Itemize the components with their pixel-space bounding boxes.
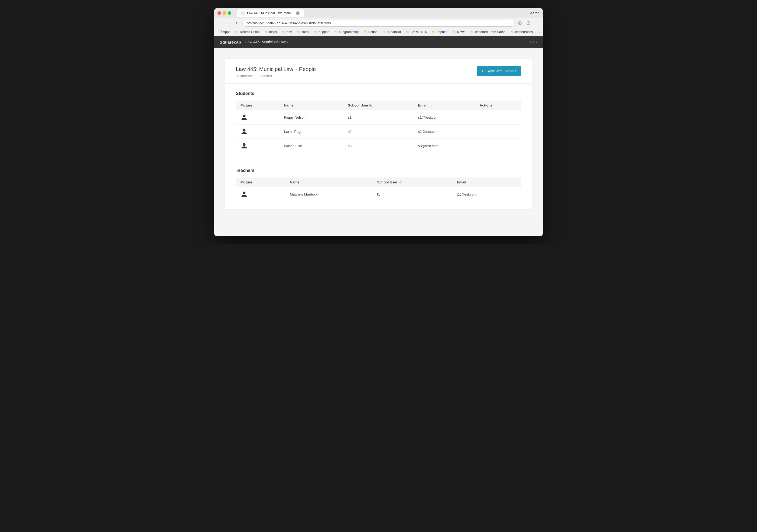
teacher-school-id: t1 <box>373 187 453 202</box>
student-school-id: s3 <box>344 139 414 153</box>
app-brand: Squarecap <box>220 40 241 44</box>
menu-button[interactable]: ⋮ <box>533 20 541 27</box>
sub-header: 3 Students 1 Teacher <box>236 74 316 78</box>
students-header-row: Picture Name School User Id Email Action… <box>236 100 521 110</box>
bookmarks-more[interactable]: » <box>539 30 541 34</box>
bookmarks-bar: Apps 📁 Rooms Union 📁 blogs 📁 dev 📁 sales… <box>214 28 543 36</box>
sync-button-label: Sync with Canvas <box>486 69 516 73</box>
student-school-id: s2 <box>344 125 414 139</box>
col-name: Name <box>280 100 344 110</box>
bookmark-apps[interactable]: Apps <box>216 30 232 35</box>
folder-icon: 📁 <box>363 30 367 34</box>
col-picture: Picture <box>236 100 280 110</box>
bookmark-popular[interactable]: 📁 Popular <box>429 30 450 35</box>
bookmark-dev[interactable]: 📁 dev <box>280 30 294 35</box>
bookmark-label: conferences <box>515 30 533 34</box>
bookmark-label: Financial <box>388 30 401 34</box>
bookmark-apps-label: Apps <box>223 30 230 34</box>
folder-icon: 📁 <box>264 30 268 34</box>
svg-text:L: L <box>242 12 244 15</box>
student-count: 3 Students <box>236 74 253 78</box>
folder-icon: 📁 <box>452 30 456 34</box>
close-button[interactable] <box>218 11 221 15</box>
svg-text:A: A <box>519 22 521 25</box>
svg-text:G: G <box>528 22 529 25</box>
bookmark-rooms-union[interactable]: 📁 Rooms Union <box>233 30 262 35</box>
forward-button[interactable]: → <box>225 20 232 27</box>
bookmark-label: blogs <box>269 30 277 34</box>
student-email: s2@test.com <box>414 125 475 139</box>
sync-with-canvas-button[interactable]: ↻ Sync with Canvas <box>477 66 521 76</box>
students-section-title: Students <box>225 84 532 100</box>
table-row: Wilson Fisk s3 s3@test.com <box>236 139 521 153</box>
teacher-avatar <box>236 187 286 202</box>
teacher-name: Matthew Murdock <box>286 187 373 202</box>
bookmark-blogs[interactable]: 📁 blogs <box>262 30 279 35</box>
back-button[interactable]: ← <box>216 20 224 27</box>
student-actions <box>475 125 521 139</box>
col-email: Email <box>414 100 475 110</box>
course-selector[interactable]: Law 445: Municipal Law ▾ <box>245 40 288 44</box>
teachers-section-title: Teachers <box>225 160 532 177</box>
col-actions: Actions <box>475 100 521 110</box>
table-row: Matthew Murdock t1 t1@test.com <box>236 187 521 202</box>
active-tab[interactable]: L Law 445: Municipal Law Roste... ✕ <box>237 9 304 17</box>
table-row: Karen Page s2 s2@test.com <box>236 125 521 139</box>
maximize-button[interactable] <box>228 11 231 15</box>
tab-area: L Law 445: Municipal Law Roste... ✕ + <box>237 9 528 17</box>
bookmark-school[interactable]: 📁 School <box>361 30 380 35</box>
tab-close-button[interactable]: ✕ <box>296 11 300 15</box>
teachers-header-row: Picture Name School User Id Email <box>236 178 521 187</box>
breadcrumb-course[interactable]: Law 445: Municipal Law <box>236 66 293 72</box>
address-bar-input[interactable]: localhost/g/215baf66-ab16-495b-846c-d922… <box>242 20 515 27</box>
breadcrumb-separator: › <box>295 67 297 72</box>
browser-window: L Law 445: Municipal Law Roste... ✕ + Aa… <box>214 8 543 236</box>
bookmark-brazil[interactable]: 📁 Brazil 2014 <box>404 30 429 35</box>
sync-icon: ↻ <box>482 69 485 73</box>
folder-icon: 📁 <box>510 30 514 34</box>
tab-favicon: L <box>241 11 245 15</box>
student-school-id: s1 <box>344 110 414 125</box>
new-tab-button[interactable]: + <box>306 10 312 16</box>
bookmark-financial[interactable]: 📁 Financial <box>381 30 403 35</box>
table-row: Foggy Nelson s1 s1@test.com <box>236 110 521 125</box>
star-icon[interactable]: ☆ <box>508 21 511 25</box>
title-bar: L Law 445: Municipal Law Roste... ✕ + Aa… <box>214 8 543 18</box>
folder-icon: 📁 <box>406 30 409 34</box>
bookmark-label: Rooms Union <box>240 30 259 34</box>
breadcrumb-page: People <box>299 66 316 72</box>
folder-icon: 📁 <box>235 30 239 34</box>
bookmark-news[interactable]: 📁 News <box>450 30 467 35</box>
student-name: Foggy Nelson <box>280 110 344 125</box>
chevron-down-icon: ▾ <box>287 41 288 43</box>
col-school-user-id: School User Id <box>373 178 453 187</box>
bookmark-label: News <box>457 30 465 34</box>
teachers-table: Picture Name School User Id Email Matthe… <box>236 177 521 202</box>
student-avatar <box>236 110 280 125</box>
account-button[interactable]: G <box>525 20 532 27</box>
bookmark-conferences[interactable]: 📁 conferences <box>508 30 535 35</box>
refresh-button[interactable]: ↻ <box>234 20 241 27</box>
page-content: Law 445: Municipal Law › People 3 Studen… <box>214 48 543 236</box>
student-name: Karen Page <box>280 125 344 139</box>
student-avatar <box>236 125 280 139</box>
student-actions <box>475 110 521 125</box>
teacher-email: t1@test.com <box>453 187 521 202</box>
extensions-button[interactable]: A <box>516 20 523 27</box>
bookmark-label: Brazil 2014 <box>410 30 427 34</box>
bookmark-programming[interactable]: 📁 Programming <box>332 30 361 35</box>
settings-icon[interactable]: ⚙ <box>530 40 534 45</box>
bookmark-label: Programming <box>339 30 359 34</box>
bookmark-imported-safari[interactable]: 📁 Imported From Safari <box>468 30 507 35</box>
col-picture: Picture <box>236 178 286 187</box>
traffic-lights <box>218 11 231 15</box>
student-avatar <box>236 139 280 153</box>
folder-icon: 📁 <box>282 30 286 34</box>
bookmark-support[interactable]: 📁 support <box>312 30 332 35</box>
bookmark-label: dev <box>287 30 292 34</box>
bookmark-label: Popular <box>437 30 447 34</box>
bookmark-label: School <box>368 30 378 34</box>
bookmark-sales[interactable]: 📁 sales <box>294 30 311 35</box>
minimize-button[interactable] <box>223 11 226 15</box>
content-card: Law 445: Municipal Law › People 3 Studen… <box>225 59 532 209</box>
